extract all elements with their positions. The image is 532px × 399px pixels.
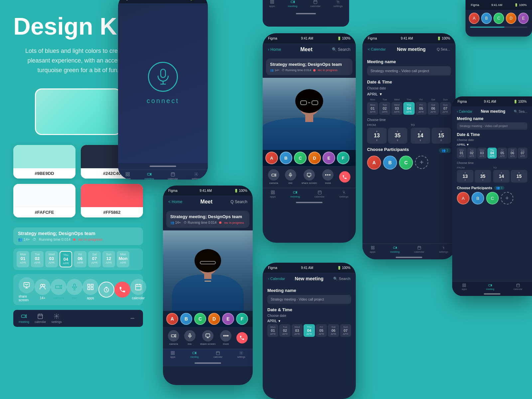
search-nmb[interactable]: 🔍 Search [333,277,350,281]
meeting-name-section: Meeting name Strategy meeting - Video ca… [362,55,456,174]
ctrl-mic[interactable]: mic [184,330,196,345]
apps-btn[interactable]: apps [82,279,98,300]
timer-btn[interactable] [98,282,114,298]
pn1-calendar[interactable]: calendar [310,0,321,8]
nmb-d7[interactable]: Sun07APR [340,324,351,337]
r-nav-calendar[interactable]: calendar [513,283,522,290]
date-06[interactable]: Sat06APR [428,102,439,115]
r-from-hour[interactable]: ▲ 13 ▼ [457,170,473,183]
nav-meeting-splash[interactable]: meeting [145,172,154,180]
cal-day-7[interactable]: Sun12APR [102,251,115,267]
search-nm[interactable]: Q Sea... [437,47,450,51]
ctrl-cam-v[interactable]: camera [268,169,279,185]
nmb-name-value[interactable]: Strategy meeting - Video call project [267,295,351,304]
nav-apps-v[interactable]: apps [270,190,276,198]
nmb-d3[interactable]: Wed03APR [292,324,303,337]
date-04[interactable]: Thu04APR [403,102,414,115]
cal-day-1[interactable]: Mon01APR [17,251,29,267]
back-calendar[interactable]: < Calendar [368,47,386,51]
r-nav-apps[interactable]: apps [462,283,467,290]
svg-rect-14 [38,314,43,319]
cal-day-2[interactable]: Tue02APR [31,251,44,267]
connect-logo [148,62,178,92]
nav-apps-nm[interactable]: apps [370,246,375,253]
back-home[interactable]: ‹ Home [268,47,281,52]
mic-btn[interactable]: mic [66,279,82,300]
to-hour-picker[interactable]: ▲ 14 ▼ [411,128,430,144]
to-min-picker[interactable]: ▲ 15 ▼ [432,128,451,144]
r-search[interactable]: 🔍 Sea... [514,110,527,113]
cal-day-4[interactable]: Thu04APR [60,251,72,267]
nav-meeting-meet[interactable]: meeting [190,351,199,358]
cal-day-8[interactable]: MonMonAPR [117,251,129,267]
from-hour-picker[interactable]: ▲ 13 ▼ [367,128,387,144]
date-05[interactable]: Fri05APR [416,102,427,115]
ctrl-share[interactable]: share screen [200,330,215,345]
nmb-d4[interactable]: Thu04APR [304,324,315,337]
nmb-d2[interactable]: Tue02APR [279,324,290,337]
nmb-d5[interactable]: Fri05APR [316,324,327,337]
date-03[interactable]: Wed03APR [391,102,402,115]
calendar-btn[interactable]: calendar [130,279,146,300]
back-cal-nmb[interactable]: ‹ Calendar [268,277,285,281]
cal-day-3[interactable]: Wed03APR [45,251,58,267]
nav-settings-splash[interactable]: settings [192,172,201,180]
r-add-part[interactable]: + [501,192,513,204]
meeting-meta-video: 👥 14+ ⏱ Running time 0:014 rec in progre… [270,68,348,72]
r-to-hour[interactable]: ▲ 14 ▼ [493,170,510,183]
share-screen-btn[interactable]: share screen [19,277,35,302]
search-button[interactable]: Q Search [230,200,247,204]
nav-calendar-meet[interactable]: calendar [213,351,222,358]
middle-panel: Figma 9:41 AM 🔋 100% connect [156,0,263,399]
nmb-d6[interactable]: Sat06APR [328,324,339,337]
r-name-val[interactable]: Strategy meeting - Video call project [457,122,527,130]
av-e: E [323,152,335,164]
date-01[interactable]: Mon01APR [367,102,378,115]
nmb-d1[interactable]: Mon01APR [267,324,278,337]
participants-btn[interactable]: 14+ [35,279,51,300]
from-min-picker[interactable]: ▲ 35 ▼ [388,128,408,144]
nav-meeting-v[interactable]: meeting [290,190,300,198]
ctrl-more-v[interactable]: ••• more [322,169,333,185]
ctrl-more[interactable]: ••• more [220,330,231,345]
pn1-meeting[interactable]: meeting [288,0,297,8]
r-from-min[interactable]: ▲ 35 ▼ [474,170,491,183]
cal-day-6[interactable]: Sat07APR [88,251,101,267]
r-back[interactable]: ‹ Calendar [457,110,472,113]
av-a: A [265,152,278,164]
date-07[interactable]: Sun07APR [440,102,451,115]
nav-apps-meet[interactable]: apps [170,351,175,358]
home-ind-v [263,200,356,205]
ctrl-end-v[interactable] [339,171,350,183]
nav-settings-meet[interactable]: settings [237,351,245,358]
r-to-min[interactable]: ▲ 15 ▼ [511,170,527,183]
ctrl-mic-v[interactable]: mic [285,169,296,185]
ctrl-end[interactable] [236,332,248,343]
r-nav-meeting[interactable]: meeting [486,283,494,290]
ctrl-camera[interactable]: camera [168,330,179,345]
search-video[interactable]: 🔍 Search [332,47,350,52]
add-participant-btn[interactable]: + [415,156,428,169]
nav-calendar-splash[interactable]: calendar [168,172,178,180]
pn1-settings[interactable]: settings [333,0,343,8]
meeting-name-input[interactable]: Strategy meeting - Video call project [367,66,451,75]
nav-calendar-v[interactable]: calendar [315,190,325,198]
svg-point-46 [337,1,338,2]
nav-settings-v[interactable]: settings [339,190,348,198]
nav-calendar-nm[interactable]: calendar [414,246,425,253]
nav-apps[interactable]: apps [125,172,131,180]
pn1-apps[interactable]: apps [269,0,275,8]
ctrl-share-v[interactable]: share screen [302,169,317,185]
cal-day-5[interactable]: Fri06APR [74,251,86,267]
nav-settings[interactable]: settings [52,313,62,324]
back-button[interactable]: < Home [168,200,182,204]
nav-meeting[interactable]: meeting [19,313,29,324]
tp-1: A [469,13,479,24]
nav-meeting-nm[interactable]: meeting [390,246,399,253]
date-02[interactable]: Tue02APR [379,102,390,115]
nav-calendar[interactable]: calendar [35,313,46,324]
end-call-btn[interactable] [114,282,130,298]
nav-settings-nm[interactable]: settings [439,246,448,253]
camera-btn[interactable]: camera [51,279,66,300]
svg-rect-35 [193,352,195,354]
